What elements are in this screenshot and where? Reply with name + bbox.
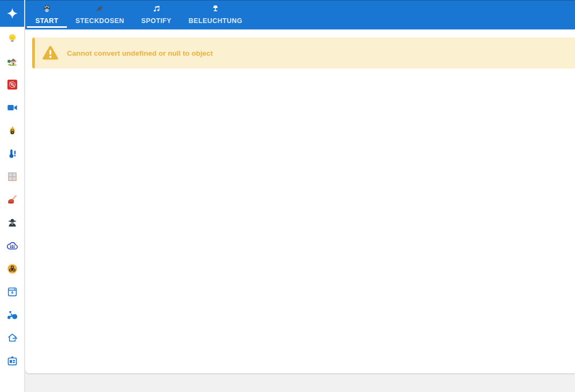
- alert-accent-bar: [32, 37, 35, 69]
- sidebar-item-sparkle[interactable]: [0, 0, 24, 27]
- music-note-icon: [152, 3, 161, 14]
- tab-beleuchtung-label: BELEUCHTUNG: [189, 17, 242, 25]
- home-exit-icon: [6, 332, 18, 344]
- tab-start-label: START: [35, 17, 58, 25]
- sidebar: [0, 0, 25, 392]
- sidebar-item-dishwasher[interactable]: [0, 280, 24, 303]
- tab-beleuchtung[interactable]: BELEUCHTUNG: [180, 0, 251, 29]
- sidebar-item-window[interactable]: [0, 165, 24, 188]
- error-alert: Cannot convert undefined or null to obje…: [32, 37, 575, 69]
- dishwasher-icon: [7, 287, 18, 297]
- house-garden-icon: [7, 56, 18, 67]
- main-content: Cannot convert undefined or null to obje…: [25, 29, 575, 373]
- tab-bar: START STECKDOSEN: [27, 0, 251, 29]
- alert-message: Cannot convert undefined or null to obje…: [67, 49, 213, 57]
- sidebar-item-plunger[interactable]: [0, 188, 24, 211]
- topbar: START STECKDOSEN: [25, 0, 575, 29]
- tab-spotify-label: SPOTIFY: [141, 17, 171, 25]
- moped-icon: [6, 309, 18, 321]
- sidebar-item-house-garden[interactable]: [0, 50, 24, 73]
- sidebar-item-kiosk[interactable]: [0, 349, 24, 372]
- lamp-icon: [211, 3, 220, 14]
- sidebar-item-lightbulb[interactable]: [0, 27, 24, 50]
- alarm-off-icon: [7, 79, 18, 90]
- cloud-family-icon: [6, 240, 18, 252]
- sidebar-item-spy[interactable]: [0, 211, 24, 234]
- sidebar-item-biohazard[interactable]: [0, 257, 24, 280]
- thermometer-alert-icon: [7, 148, 18, 159]
- lightbulb-icon: [7, 33, 18, 44]
- fire-lock-icon: [7, 125, 18, 136]
- sidebar-item-moped[interactable]: [0, 303, 24, 326]
- kiosk-icon: [6, 355, 18, 367]
- plug-icon: [95, 3, 104, 14]
- warning-triangle-icon: [42, 46, 59, 61]
- sidebar-item-alarm-off[interactable]: [0, 73, 24, 96]
- tab-start[interactable]: START: [27, 0, 67, 29]
- video-camera-icon: [7, 102, 18, 113]
- sidebar-item-thermometer-alert[interactable]: [0, 142, 24, 165]
- tab-steckdosen-label: STECKDOSEN: [76, 17, 124, 25]
- sparkle-icon: [6, 7, 19, 20]
- biohazard-icon: [7, 263, 18, 274]
- sidebar-item-cloud-family[interactable]: [0, 234, 24, 257]
- sidebar-item-fire-lock[interactable]: [0, 119, 24, 142]
- plunger-icon: [7, 194, 18, 205]
- sidebar-item-home-exit[interactable]: [0, 326, 24, 349]
- window-icon: [7, 171, 18, 182]
- spy-icon: [7, 217, 18, 228]
- sidebar-item-video-camera[interactable]: [0, 96, 24, 119]
- mushroom-icon: [42, 3, 51, 14]
- tab-steckdosen[interactable]: STECKDOSEN: [67, 0, 133, 29]
- tab-spotify[interactable]: SPOTIFY: [133, 0, 180, 29]
